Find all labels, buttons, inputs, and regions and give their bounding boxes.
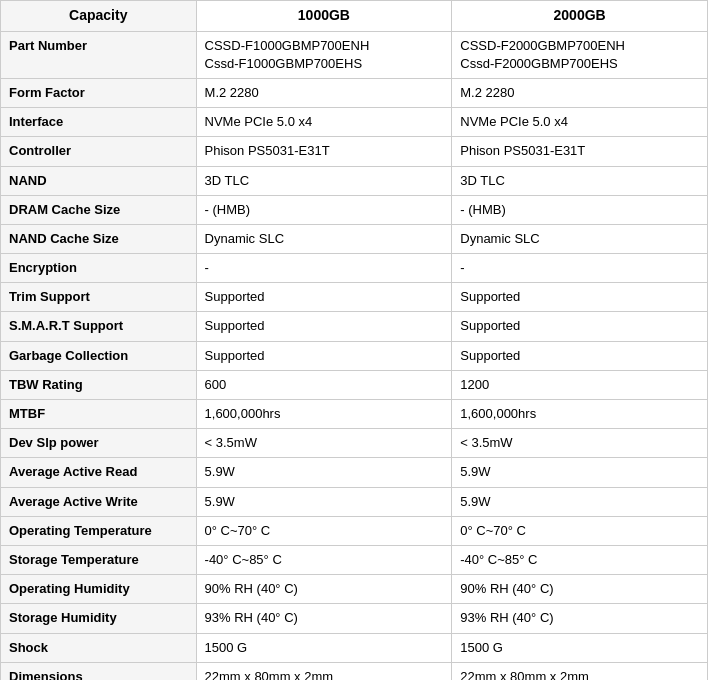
row-col1: 1500 G	[196, 633, 452, 662]
row-col2: NVMe PCIe 5.0 x4	[452, 108, 708, 137]
table-row: NAND Cache SizeDynamic SLCDynamic SLC	[1, 224, 708, 253]
row-col2: - (HMB)	[452, 195, 708, 224]
row-label: Shock	[1, 633, 197, 662]
row-col1: Supported	[196, 283, 452, 312]
row-col1: 1,600,000hrs	[196, 400, 452, 429]
row-label: Average Active Read	[1, 458, 197, 487]
row-col2: Supported	[452, 341, 708, 370]
row-label: Dev Slp power	[1, 429, 197, 458]
row-label: Storage Humidity	[1, 604, 197, 633]
row-col2: Phison PS5031-E31T	[452, 137, 708, 166]
row-col2: 5.9W	[452, 487, 708, 516]
row-col1: Supported	[196, 341, 452, 370]
table-row: Part NumberCSSD-F1000GBMP700ENHCssd-F100…	[1, 31, 708, 78]
table-row: ControllerPhison PS5031-E31TPhison PS503…	[1, 137, 708, 166]
row-col1: < 3.5mW	[196, 429, 452, 458]
row-col1: 93% RH (40° C)	[196, 604, 452, 633]
table-row: InterfaceNVMe PCIe 5.0 x4NVMe PCIe 5.0 x…	[1, 108, 708, 137]
row-label: MTBF	[1, 400, 197, 429]
row-col1: Phison PS5031-E31T	[196, 137, 452, 166]
row-col2: 5.9W	[452, 458, 708, 487]
row-col1: 5.9W	[196, 487, 452, 516]
specs-table: Capacity 1000GB 2000GB Part NumberCSSD-F…	[0, 0, 708, 680]
row-col1: Dynamic SLC	[196, 224, 452, 253]
row-label: Trim Support	[1, 283, 197, 312]
row-label: Controller	[1, 137, 197, 166]
row-label: S.M.A.R.T Support	[1, 312, 197, 341]
row-col1: 22mm x 80mm x 2mm24mm x 80mm x 9mm	[196, 662, 452, 680]
table-row: Trim SupportSupportedSupported	[1, 283, 708, 312]
row-col1: Supported	[196, 312, 452, 341]
row-label: DRAM Cache Size	[1, 195, 197, 224]
table-row: Storage Humidity93% RH (40° C)93% RH (40…	[1, 604, 708, 633]
row-col2: -40° C~85° C	[452, 545, 708, 574]
row-col2: CSSD-F2000GBMP700ENHCssd-F2000GBMP700EHS	[452, 31, 708, 78]
row-label: Interface	[1, 108, 197, 137]
row-label: Operating Temperature	[1, 516, 197, 545]
row-label: NAND Cache Size	[1, 224, 197, 253]
table-row: Encryption--	[1, 254, 708, 283]
row-col1: -40° C~85° C	[196, 545, 452, 574]
row-label: Average Active Write	[1, 487, 197, 516]
table-row: Storage Temperature-40° C~85° C-40° C~85…	[1, 545, 708, 574]
table-row: Dimensions22mm x 80mm x 2mm24mm x 80mm x…	[1, 662, 708, 680]
row-col2: 1,600,000hrs	[452, 400, 708, 429]
table-row: Garbage CollectionSupportedSupported	[1, 341, 708, 370]
row-col2: 1200	[452, 370, 708, 399]
row-col2: -	[452, 254, 708, 283]
table-row: Shock1500 G1500 G	[1, 633, 708, 662]
row-col2: Dynamic SLC	[452, 224, 708, 253]
table-row: Dev Slp power< 3.5mW< 3.5mW	[1, 429, 708, 458]
row-col1: CSSD-F1000GBMP700ENHCssd-F1000GBMP700EHS	[196, 31, 452, 78]
row-col2: < 3.5mW	[452, 429, 708, 458]
row-label: Form Factor	[1, 78, 197, 107]
row-label: Storage Temperature	[1, 545, 197, 574]
row-label: TBW Rating	[1, 370, 197, 399]
row-label: Part Number	[1, 31, 197, 78]
row-col1: 90% RH (40° C)	[196, 575, 452, 604]
row-col1: 5.9W	[196, 458, 452, 487]
table-row: S.M.A.R.T SupportSupportedSupported	[1, 312, 708, 341]
row-col1: 3D TLC	[196, 166, 452, 195]
row-col2: 3D TLC	[452, 166, 708, 195]
row-col2: Supported	[452, 312, 708, 341]
row-col1: 0° C~70° C	[196, 516, 452, 545]
row-col2: M.2 2280	[452, 78, 708, 107]
table-row: Operating Temperature0° C~70° C0° C~70° …	[1, 516, 708, 545]
row-label: Garbage Collection	[1, 341, 197, 370]
table-row: Average Active Write5.9W5.9W	[1, 487, 708, 516]
table-row: Operating Humidity90% RH (40° C)90% RH (…	[1, 575, 708, 604]
row-col2: 1500 G	[452, 633, 708, 662]
table-row: NAND3D TLC3D TLC	[1, 166, 708, 195]
header-2000gb: 2000GB	[452, 1, 708, 32]
row-col2: 90% RH (40° C)	[452, 575, 708, 604]
row-col1: M.2 2280	[196, 78, 452, 107]
row-col2: 93% RH (40° C)	[452, 604, 708, 633]
table-row: DRAM Cache Size- (HMB)- (HMB)	[1, 195, 708, 224]
table-row: Form FactorM.2 2280M.2 2280	[1, 78, 708, 107]
row-col2: Supported	[452, 283, 708, 312]
header-capacity: Capacity	[1, 1, 197, 32]
row-col1: 600	[196, 370, 452, 399]
header-1000gb: 1000GB	[196, 1, 452, 32]
table-row: TBW Rating6001200	[1, 370, 708, 399]
table-row: MTBF1,600,000hrs1,600,000hrs	[1, 400, 708, 429]
row-col1: -	[196, 254, 452, 283]
row-label: NAND	[1, 166, 197, 195]
row-col2: 22mm x 80mm x 2mm24mm x 80mm x 9mm	[452, 662, 708, 680]
row-col1: NVMe PCIe 5.0 x4	[196, 108, 452, 137]
row-col1: - (HMB)	[196, 195, 452, 224]
row-col2: 0° C~70° C	[452, 516, 708, 545]
row-label: Operating Humidity	[1, 575, 197, 604]
table-row: Average Active Read5.9W5.9W	[1, 458, 708, 487]
row-label: Encryption	[1, 254, 197, 283]
row-label: Dimensions	[1, 662, 197, 680]
